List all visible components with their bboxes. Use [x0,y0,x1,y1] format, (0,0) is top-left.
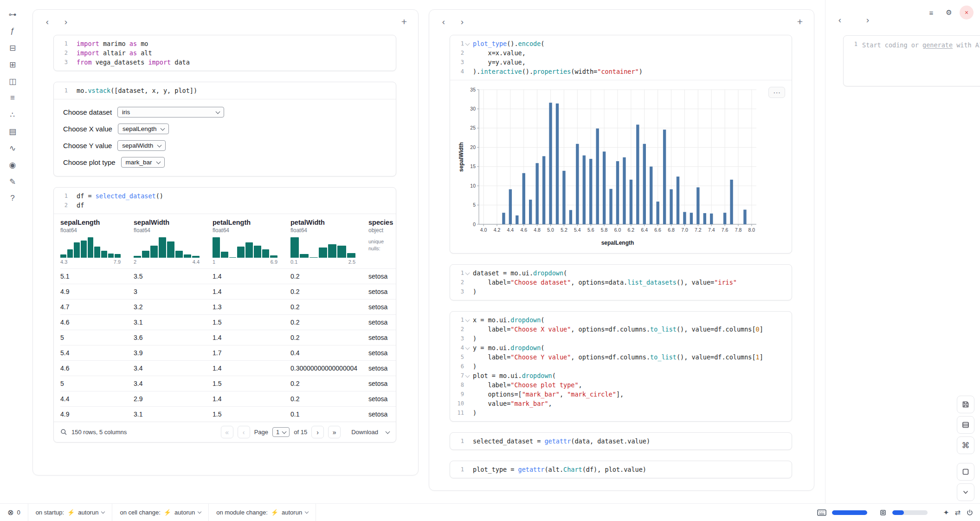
gear-icon[interactable]: ⚙ [942,6,956,20]
code-editor[interactable]: 1selected_dataset = getattr(data, datase… [450,433,792,449]
database-icon[interactable]: ⊟ [7,43,18,53]
code-line[interactable]: 2df [54,201,391,210]
fold-toggle-icon[interactable] [464,343,471,352]
fullscreen-button[interactable] [957,463,974,481]
table-column-header[interactable]: sepalWidthfloat6424.4 [134,219,213,268]
table-row[interactable]: 4.931.40.2setosa [60,284,396,299]
code-line[interactable]: 5 label="Choose Y value", options=df.col… [450,352,787,362]
code-line[interactable]: 2 label="Choose dataset", options=data.l… [450,278,787,287]
table-column-header[interactable]: petalWidthfloat640.12.5 [290,219,368,268]
expand-left-icon[interactable]: › [61,17,71,27]
dropdown-select[interactable]: sepalLength [118,124,169,134]
keyboard-icon[interactable] [817,509,826,516]
table-column-header[interactable]: speciesobjectuniquenulls: [368,219,396,268]
table-column-header[interactable]: sepalLengthfloat644.37.9 [60,219,134,268]
table-row[interactable]: 4.42.91.40.2setosa [60,391,396,406]
functions-icon[interactable]: ƒ [7,26,18,36]
plot-cell[interactable]: 1plot_type().encode(2 x=x.value,3 y=y.va… [450,35,792,254]
cpu-icon[interactable] [879,509,887,516]
ai-icon[interactable]: ✦ [943,508,949,517]
outline-icon[interactable]: ≡ [7,93,18,103]
altair-chart[interactable]: 051015202530354.04.24.44.64.85.05.25.45.… [458,86,760,247]
dependencies-icon[interactable]: ∴ [7,110,18,120]
code-line[interactable]: 10 value="mark_bar", [450,399,787,408]
tracing-icon[interactable]: ∿ [7,143,18,153]
page-select[interactable]: 1 [272,427,290,437]
fold-toggle-icon[interactable] [464,268,471,278]
code-line[interactable]: 8 label="Choose plot type", [450,380,787,390]
keyboard-shortcuts-button[interactable]: ⌘ [957,436,974,454]
help-icon[interactable]: ? [7,193,18,203]
variables-icon[interactable]: ⊞ [7,59,18,70]
code-line[interactable]: 3 y=y.value, [450,58,787,67]
code-line[interactable]: 2 x=x.value, [450,48,787,58]
code-line[interactable]: 1dataset = mo.ui.dropdown( [450,268,787,278]
last-page-button[interactable]: » [328,426,341,438]
code-line[interactable]: 4).interactive().properties(width="conta… [450,67,787,76]
code-line[interactable]: 1plot_type().encode( [450,39,787,48]
collapse-middle-icon[interactable]: ‹ [438,17,449,27]
selected-dataset-cell[interactable]: 1selected_dataset = getattr(data, datase… [450,432,792,450]
xy-dropdowns-cell[interactable]: 1x = mo.ui.dropdown(2 label="Choose X va… [450,311,792,422]
code-line[interactable]: 11) [450,408,787,417]
imports-cell[interactable]: 1import marimo as mo2import altair as al… [53,35,396,71]
table-row[interactable]: 4.73.21.30.2setosa [60,299,396,314]
save-button[interactable] [957,396,974,413]
dataframe-cell[interactable]: 1df = selected_dataset()2df sepalLengthf… [53,187,396,443]
code-line[interactable]: 1df = selected_dataset() [54,191,391,201]
code-line[interactable]: 6) [450,362,787,371]
code-editor[interactable]: 1mo.vstack([dataset, x, y, plot]) [54,82,396,99]
table-column-header[interactable]: petalLengthfloat6416.9 [213,219,290,268]
code-editor[interactable]: 1plot_type().encode(2 x=x.value,3 y=y.va… [450,35,792,80]
vstack-cell[interactable]: 1mo.vstack([dataset, x, y, plot]) Choose… [53,82,396,176]
collapse-right-icon[interactable]: ‹ [835,15,845,25]
scroll-down-button[interactable] [957,483,974,501]
expand-middle-icon[interactable]: › [457,17,467,27]
add-cell-button[interactable]: + [797,16,803,27]
code-line[interactable]: 1plot_type = getattr(alt.Chart(df), plot… [450,465,787,474]
scratchpad-cell[interactable]: 1 Start coding or generate with AI [843,35,980,86]
code-line[interactable]: 2 label="Choose X value", options=df.col… [450,325,787,334]
fold-toggle-icon[interactable] [464,315,471,325]
documentation-icon[interactable]: ▤ [7,126,18,137]
logs-icon[interactable]: ◉ [7,160,18,170]
fold-toggle-icon[interactable] [464,371,471,380]
code-editor[interactable]: 1df = selected_dataset()2df [54,188,396,214]
layout-button[interactable] [957,416,974,434]
code-line[interactable]: 7plot = mo.ui.dropdown( [450,371,787,380]
code-editor[interactable]: 1x = mo.ui.dropdown(2 label="Choose X va… [450,312,792,421]
code-line[interactable]: 1mo.vstack([dataset, x, y, plot]) [54,86,391,95]
generate-link[interactable]: generate [922,41,953,49]
expand-right-icon[interactable]: › [863,15,873,25]
code-line[interactable]: 3) [450,287,787,296]
table-row[interactable]: 4.93.11.50.1setosa [60,406,396,422]
close-icon[interactable]: × [960,6,974,20]
download-button[interactable]: Download [351,429,389,436]
code-line[interactable]: 3from vega_datasets import data [54,58,391,67]
table-row[interactable]: 5.13.51.40.2setosa [60,268,396,284]
code-line[interactable]: 1import marimo as mo [54,39,391,48]
prev-page-button[interactable]: ‹ [238,426,250,438]
code-line[interactable]: 1x = mo.ui.dropdown( [450,315,787,325]
table-row[interactable]: 53.41.50.2setosa [60,376,396,391]
code-line[interactable]: 1selected_dataset = getattr(data, datase… [450,436,787,446]
code-line[interactable]: 3) [450,334,787,343]
memory-meter[interactable] [832,510,867,515]
code-editor[interactable]: 1import marimo as mo2import altair as al… [54,35,396,71]
power-icon[interactable] [966,509,974,516]
editor-placeholder[interactable]: Start coding or generate with AI [858,40,980,81]
code-editor[interactable]: 1plot_type = getattr(alt.Chart(df), plot… [450,461,792,478]
sync-icon[interactable]: ⇄ [954,508,961,517]
plot-type-cell[interactable]: 1plot_type = getattr(alt.Chart(df), plot… [450,461,792,478]
first-page-button[interactable]: « [221,426,233,438]
code-line[interactable]: 9 options=["mark_bar", "mark_circle"], [450,390,787,399]
code-line[interactable]: 2import altair as alt [54,48,391,58]
code-editor[interactable]: 1dataset = mo.ui.dropdown(2 label="Choos… [450,265,792,300]
dropdown-select[interactable]: iris [117,107,224,117]
fold-toggle-icon[interactable] [464,39,471,48]
autorun-setting[interactable]: on module change:⚡autorun [209,504,316,521]
add-cell-button[interactable]: + [401,16,407,27]
packages-icon[interactable]: ◫ [7,76,18,86]
code-line[interactable]: 4y = mo.ui.dropdown( [450,343,787,352]
dataset-dropdown-cell[interactable]: 1dataset = mo.ui.dropdown(2 label="Choos… [450,264,792,300]
